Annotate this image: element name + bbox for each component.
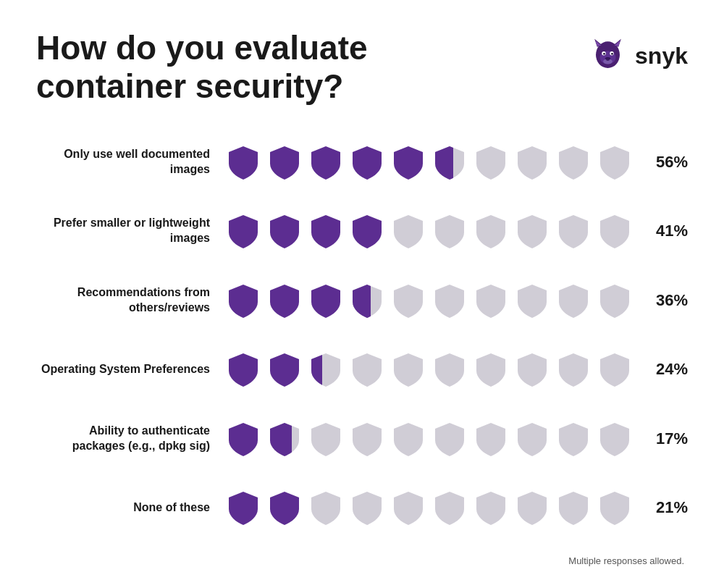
shield-icon	[472, 212, 510, 250]
shields-container	[224, 282, 644, 319]
shield-icon	[390, 143, 427, 181]
svg-rect-18	[307, 489, 311, 526]
chart-row: Recommendations from others/reviews 36%	[36, 282, 688, 319]
shield-icon	[307, 282, 345, 319]
footer-note: Multiple responses allowed.	[36, 555, 688, 566]
row-percent: 56%	[644, 153, 688, 172]
shield-icon	[472, 143, 510, 181]
row-percent: 24%	[644, 360, 688, 379]
shield-icon	[307, 420, 345, 458]
page-title: How do you evaluate container security?	[36, 29, 442, 106]
row-label: Only use well documented images	[36, 147, 224, 177]
shield-icon	[555, 212, 592, 250]
shield-icon	[472, 350, 510, 388]
shields-container	[224, 350, 644, 388]
logo-text: snyk	[635, 43, 688, 70]
shield-icon	[390, 420, 427, 458]
shield-icon	[596, 420, 634, 458]
shield-icon	[431, 350, 468, 388]
row-percent: 36%	[644, 291, 688, 310]
main-container: How do you evaluate container security?	[0, 0, 724, 588]
shield-icon	[307, 489, 345, 526]
shield-icon	[224, 282, 262, 319]
row-percent: 41%	[644, 222, 688, 240]
shield-icon	[596, 350, 634, 388]
shield-icon	[224, 143, 262, 181]
shield-icon	[224, 212, 262, 250]
shield-icon	[307, 350, 345, 388]
shield-icon	[596, 212, 634, 250]
chart-row: Ability to authenticate packages (e.g., …	[36, 420, 688, 458]
shield-icon	[513, 212, 551, 250]
shield-icon	[555, 350, 592, 388]
row-percent: 21%	[644, 498, 688, 517]
shield-icon	[307, 143, 345, 181]
shield-icon	[596, 282, 634, 319]
row-label: Operating System Preferences	[36, 362, 224, 377]
shields-container	[224, 420, 644, 458]
shield-icon	[266, 212, 303, 250]
shield-icon	[513, 282, 551, 319]
shields-container	[224, 489, 644, 526]
shield-icon	[555, 489, 592, 526]
shields-container	[224, 212, 644, 250]
chart-row: None of these 21%	[36, 489, 688, 526]
chart-row: Operating System Preferences 24%	[36, 350, 688, 388]
shield-icon	[431, 212, 468, 250]
svg-rect-14	[390, 212, 393, 250]
snyk-logo-icon	[588, 36, 628, 76]
shield-icon	[390, 350, 427, 388]
svg-point-9	[611, 53, 613, 55]
shield-icon	[390, 212, 427, 250]
header: How do you evaluate container security?	[36, 29, 688, 106]
shield-icon	[431, 282, 468, 319]
shield-icon	[472, 489, 510, 526]
shield-icon	[431, 420, 468, 458]
shield-icon	[555, 282, 592, 319]
shield-icon	[348, 282, 386, 319]
chart-row: Only use well documented images 56%	[36, 143, 688, 181]
shield-icon	[596, 489, 634, 526]
shield-icon	[390, 489, 427, 526]
shield-icon	[431, 489, 468, 526]
shield-icon	[266, 420, 303, 458]
row-label: Recommendations from others/reviews	[36, 285, 224, 316]
row-percent: 17%	[644, 429, 688, 448]
shield-icon	[307, 212, 345, 250]
shields-container	[224, 143, 644, 181]
shield-icon	[431, 143, 468, 181]
shield-icon	[555, 143, 592, 181]
shield-icon	[513, 420, 551, 458]
row-label: None of these	[36, 500, 224, 516]
shield-icon	[472, 282, 510, 319]
shield-icon	[348, 143, 386, 181]
chart-area: Only use well documented images 56%Prefe…	[36, 127, 688, 550]
shield-icon	[513, 143, 551, 181]
shield-icon	[266, 143, 303, 181]
shield-icon	[555, 420, 592, 458]
shield-icon	[224, 420, 262, 458]
shield-icon	[390, 282, 427, 319]
row-label: Prefer smaller or lightweight images	[36, 216, 224, 246]
chart-row: Prefer smaller or lightweight images 41%	[36, 212, 688, 250]
svg-point-12	[606, 58, 610, 61]
shield-icon	[266, 489, 303, 526]
shield-icon	[224, 350, 262, 388]
shield-icon	[513, 350, 551, 388]
logo-area: snyk	[588, 36, 688, 76]
shield-icon	[596, 143, 634, 181]
shield-icon	[348, 489, 386, 526]
shield-icon	[266, 282, 303, 319]
shield-icon	[266, 350, 303, 388]
shield-icon	[348, 212, 386, 250]
shield-icon	[224, 489, 262, 526]
shield-icon	[513, 489, 551, 526]
shield-icon	[348, 350, 386, 388]
svg-point-8	[603, 53, 605, 55]
row-label: Ability to authenticate packages (e.g., …	[36, 424, 224, 454]
shield-icon	[348, 420, 386, 458]
shield-icon	[472, 420, 510, 458]
